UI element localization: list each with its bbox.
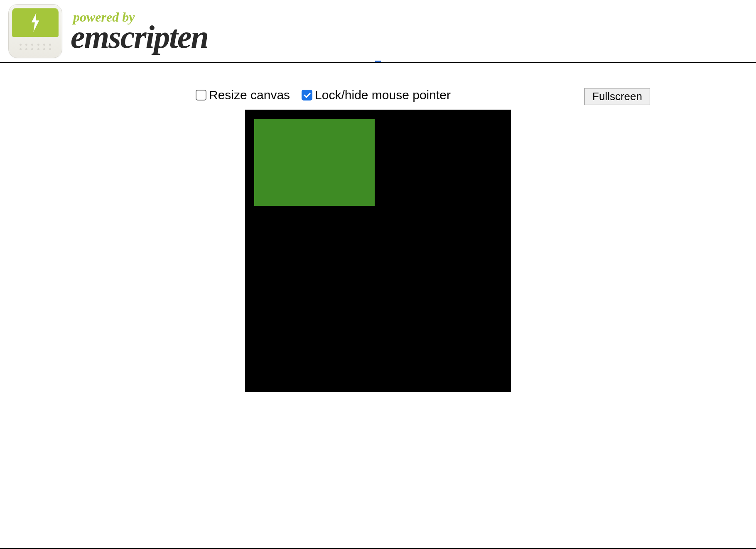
logo-badge (12, 8, 59, 37)
page-container: powered by emscripten Resize canvas Lock… (0, 0, 756, 549)
green-rectangle (254, 119, 375, 206)
brand-text: emscripten (71, 21, 208, 53)
header: powered by emscripten (0, 0, 756, 62)
controls-row: Resize canvas Lock/hide mouse pointer Fu… (177, 88, 579, 102)
logo-dots (12, 39, 59, 54)
bolt-icon (29, 12, 41, 32)
resize-canvas-label: Resize canvas (209, 88, 290, 102)
controls-wrap: Resize canvas Lock/hide mouse pointer Fu… (0, 63, 756, 392)
logo-text: powered by emscripten (71, 10, 208, 53)
output-canvas[interactable] (245, 110, 511, 392)
lock-pointer-group[interactable]: Lock/hide mouse pointer (302, 88, 451, 102)
lock-pointer-label: Lock/hide mouse pointer (315, 88, 451, 102)
header-divider (0, 62, 756, 63)
emscripten-logo-icon (8, 4, 62, 58)
resize-canvas-group[interactable]: Resize canvas (196, 88, 290, 102)
fullscreen-button[interactable]: Fullscreen (584, 88, 650, 105)
canvas-area (245, 110, 511, 392)
progress-indicator (375, 61, 381, 62)
lock-pointer-checkbox[interactable] (302, 90, 312, 100)
resize-canvas-checkbox[interactable] (196, 90, 206, 100)
